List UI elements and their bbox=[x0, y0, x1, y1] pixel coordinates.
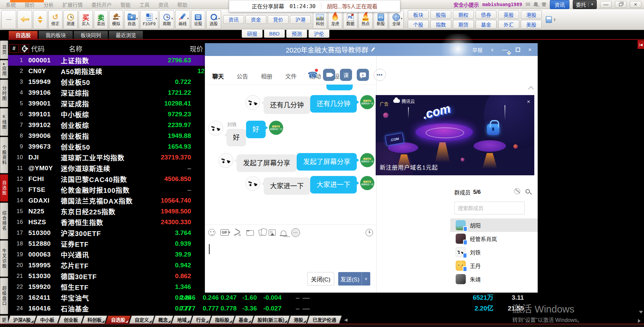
close-button[interactable]: × bbox=[630, 1, 641, 8]
ad-close-icon[interactable]: × bbox=[527, 98, 530, 105]
avatar[interactable]: 感谢所有 我拥有的一切 bbox=[360, 176, 374, 190]
layout-icon[interactable] bbox=[546, 16, 552, 23]
chevron-down-icon[interactable]: ▼ bbox=[218, 17, 220, 20]
chat-tab[interactable]: 相册 bbox=[261, 72, 272, 80]
class-icon[interactable]: 课 bbox=[340, 69, 352, 81]
more-actions-icon[interactable]: ••• bbox=[374, 69, 386, 81]
chat-maximize-button[interactable] bbox=[516, 48, 520, 52]
forum-button[interactable]: 论股 bbox=[191, 10, 205, 29]
bottom-tab[interactable]: 港股 bbox=[288, 316, 309, 324]
avatar[interactable]: 感谢所有 我拥有的一切 bbox=[269, 121, 283, 135]
bell-icon[interactable] bbox=[534, 2, 538, 7]
scrollbar-down-arrow[interactable] bbox=[639, 311, 643, 314]
member-row[interactable]: 胡阳 bbox=[450, 218, 538, 232]
dragon-tiger-button[interactable]: 龙虎 bbox=[328, 10, 342, 29]
toolbar-text-button[interactable]: 预测 bbox=[286, 29, 307, 38]
avatar[interactable] bbox=[208, 121, 223, 136]
bottom-tab[interactable]: 行业 bbox=[190, 316, 211, 324]
avatar[interactable]: 感谢所有 我拥有的一切 bbox=[360, 95, 374, 109]
scroll-up-icon[interactable] bbox=[528, 86, 534, 92]
video-call-icon[interactable] bbox=[323, 69, 335, 81]
bottom-tab[interactable]: 创业板 bbox=[58, 316, 84, 324]
chevron-down-icon[interactable]: ▼ bbox=[136, 17, 138, 20]
market-tab[interactable]: 我的板块 bbox=[38, 31, 73, 39]
message-list[interactable]: 还有几分钟 还有几分钟 感谢所有 我拥有的一切 bbox=[205, 84, 376, 225]
bottom-tab[interactable]: 自定义 bbox=[129, 316, 155, 324]
avatar[interactable] bbox=[245, 176, 260, 191]
sell-button[interactable]: 卖卖出 bbox=[94, 10, 108, 29]
search-icon[interactable] bbox=[526, 189, 530, 194]
bottom-tab[interactable]: 概念 bbox=[153, 316, 173, 324]
member-row[interactable]: 朱靖 bbox=[450, 272, 538, 286]
window-shake-icon[interactable] bbox=[258, 229, 264, 236]
bottom-tab[interactable]: 地域 bbox=[171, 316, 192, 324]
sidebar-item[interactable]: 首页 bbox=[0, 40, 8, 59]
mute-all-icon[interactable] bbox=[514, 188, 520, 194]
toolbar-expand-arrow[interactable]: › bbox=[553, 16, 556, 23]
chat-close-button[interactable]: × bbox=[528, 47, 532, 53]
toolbar-text-button[interactable]: 沪伦 bbox=[308, 29, 329, 38]
sidebar-more-button[interactable]: 更 bbox=[0, 316, 8, 324]
data-button[interactable]: PE数据 bbox=[343, 10, 357, 29]
sidebar-item[interactable]: 个股资料 bbox=[0, 137, 8, 173]
chevron-down-icon[interactable]: ▼ bbox=[171, 17, 173, 20]
sidebar-item[interactable]: 综合排名 bbox=[0, 203, 8, 239]
trade-button[interactable]: 委托|▼ bbox=[573, 0, 597, 9]
notify-bell-icon[interactable] bbox=[281, 231, 286, 235]
file-folder-icon[interactable] bbox=[246, 230, 254, 236]
security-tip-label[interactable]: 安全小提示 bbox=[454, 1, 479, 8]
chevron-down-icon[interactable]: ▼ bbox=[187, 17, 189, 20]
screenshot-scissors-icon[interactable] bbox=[234, 229, 241, 236]
market-button[interactable]: 期权 bbox=[453, 10, 474, 19]
sidebar-item[interactable]: 超级盘口 bbox=[0, 278, 8, 314]
menu-item[interactable]: 工具 bbox=[135, 1, 154, 8]
message-input[interactable] bbox=[205, 240, 376, 272]
message-history-icon[interactable] bbox=[366, 229, 373, 236]
market-button[interactable]: 期货 bbox=[453, 20, 474, 29]
bottom-tab[interactable]: 已发沪伦通 bbox=[307, 316, 342, 324]
back-button[interactable] bbox=[17, 10, 32, 29]
updown-button[interactable] bbox=[33, 10, 47, 29]
chat-title-bar[interactable]: 2020年金融大赛指导教师群 举报 ∨ — × bbox=[205, 43, 538, 56]
member-row[interactable]: 经管系肖岚 bbox=[450, 232, 538, 245]
market-button[interactable]: 个股 bbox=[408, 20, 429, 29]
bottom-tab[interactable]: 指标股 bbox=[209, 316, 235, 324]
market-tab[interactable]: 最近浏览 bbox=[109, 31, 143, 39]
sidebar-item[interactable]: K线图 bbox=[0, 108, 8, 136]
market-button[interactable]: 债券 bbox=[476, 10, 497, 19]
avatar[interactable]: 感谢所有 我拥有的一切 bbox=[360, 153, 374, 167]
emoji-icon[interactable] bbox=[208, 229, 215, 236]
column-header-name[interactable]: 名称 bbox=[69, 44, 82, 54]
skin-icon[interactable] bbox=[541, 2, 546, 6]
chevron-down-icon[interactable]: ▼ bbox=[155, 17, 158, 20]
bottom-tab[interactable]: 科创板 bbox=[82, 316, 107, 324]
edit-icon[interactable] bbox=[371, 47, 376, 52]
correction-button[interactable]: ↺修正 bbox=[48, 10, 62, 29]
simulate-button[interactable]: 模拟 bbox=[109, 10, 123, 29]
bottom-tab[interactable]: 基金 bbox=[233, 316, 254, 324]
menu-item[interactable]: 智能 bbox=[116, 1, 135, 8]
avatar[interactable] bbox=[218, 153, 233, 168]
column-header-price[interactable]: 现价 bbox=[190, 44, 203, 54]
news-button[interactable]: 资讯 bbox=[550, 0, 569, 9]
chevron-down-icon[interactable]: ▼ bbox=[400, 17, 403, 20]
hot-button[interactable]: HOT热点 bbox=[358, 10, 373, 29]
sidebar-item[interactable]: 自选股 bbox=[0, 174, 8, 202]
bottom-tab[interactable]: 股转(新三板) bbox=[252, 316, 290, 324]
toolbar-text-button[interactable]: 研报 bbox=[242, 29, 263, 38]
add-app-icon[interactable]: + bbox=[357, 69, 369, 81]
member-row[interactable]: 王丹 bbox=[450, 259, 538, 272]
f10-button[interactable]: F10/F9▼ bbox=[140, 10, 158, 29]
market-button[interactable]: 股指 bbox=[430, 10, 451, 19]
advertisement-panel[interactable]: 广告 腾讯云 × .COM .com 新注册用户域名1元起 bbox=[376, 95, 534, 175]
home-grid-button[interactable] bbox=[1, 10, 16, 29]
more-tools-icon[interactable]: ··· bbox=[291, 228, 300, 237]
market-button[interactable]: 外汇 bbox=[498, 20, 519, 29]
market-button[interactable]: 英股 bbox=[498, 10, 519, 19]
column-header-code[interactable]: 代码 bbox=[31, 44, 45, 54]
chevron-down-icon[interactable]: ∨ bbox=[491, 47, 494, 52]
chat-tab[interactable]: 文件 bbox=[285, 72, 297, 80]
speedtest-button[interactable]: 测速 bbox=[63, 10, 78, 29]
member-search-input[interactable] bbox=[455, 202, 524, 214]
send-options-caret[interactable]: ∨ bbox=[361, 272, 370, 286]
